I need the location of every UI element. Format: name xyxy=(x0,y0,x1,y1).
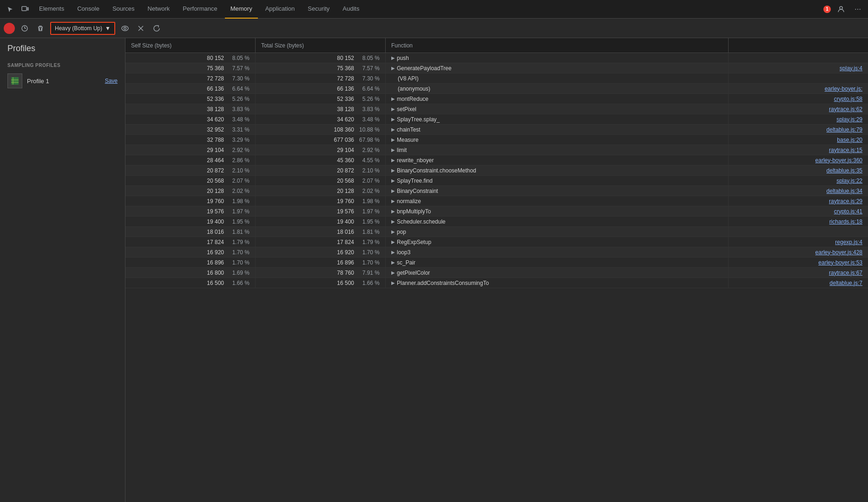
expand-arrow[interactable]: ▶ xyxy=(391,188,395,193)
expand-arrow[interactable]: ▶ xyxy=(391,239,395,244)
cell-source[interactable]: earley-boyer.js:428 xyxy=(729,247,868,257)
expand-arrow[interactable]: ▶ xyxy=(391,55,395,60)
cell-source[interactable]: regexp.js:4 xyxy=(729,237,868,247)
tab-sources[interactable]: Sources xyxy=(107,0,140,19)
expand-arrow[interactable]: ▶ xyxy=(391,158,395,163)
expand-arrow[interactable]: ▶ xyxy=(391,168,395,173)
table-row[interactable]: 19 5761.97 %19 5761.97 %▶bnpMultiplyTocr… xyxy=(125,206,868,217)
table-row[interactable]: 32 7883.29 %677 03667.98 %▶Measurebase.j… xyxy=(125,135,868,145)
cell-source[interactable]: raytrace.js:62 xyxy=(729,104,868,114)
table-row[interactable]: 16 8001.69 %78 7607.91 %▶getPixelColorra… xyxy=(125,268,868,278)
cell-function: ▶loop3 xyxy=(386,247,729,257)
expand-arrow[interactable]: ▶ xyxy=(391,178,395,183)
expand-arrow[interactable]: ▶ xyxy=(391,198,395,204)
tab-memory[interactable]: Memory xyxy=(225,0,258,19)
tab-performance[interactable]: Performance xyxy=(177,0,223,19)
cell-total-size: 18 0161.81 % xyxy=(256,227,386,237)
cell-source[interactable]: deltablue.js:79 xyxy=(729,125,868,134)
table-row[interactable]: 66 1366.64 %66 1366.64 %(anonymous)earle… xyxy=(125,84,868,94)
close-button[interactable] xyxy=(135,22,147,34)
user-icon[interactable] xyxy=(835,3,848,16)
cell-source[interactable]: richards.js:18 xyxy=(729,217,868,226)
table-row[interactable]: 18 0161.81 %18 0161.81 %▶pop xyxy=(125,227,868,237)
cell-source[interactable]: crypto.js:41 xyxy=(729,206,868,216)
cell-source[interactable]: deltablue.js:34 xyxy=(729,186,868,196)
more-icon[interactable]: ⋯ xyxy=(851,3,864,16)
table-row[interactable]: 32 9523.31 %108 36010.88 %▶chainTestdelt… xyxy=(125,125,868,135)
table-row[interactable]: 16 8961.70 %16 8961.70 %▶sc_Pairearley-b… xyxy=(125,258,868,268)
cell-source[interactable]: earley-boyer.js:360 xyxy=(729,155,868,165)
table-row[interactable]: 16 5001.66 %16 5001.66 %▶Planner.addCons… xyxy=(125,278,868,288)
cell-total-size: 19 7601.98 % xyxy=(256,196,386,206)
cell-source[interactable]: splay.js:4 xyxy=(729,63,868,73)
table-row[interactable]: 38 1283.83 %38 1283.83 %▶setPixelraytrac… xyxy=(125,104,868,114)
table-row[interactable]: 20 5682.07 %20 5682.07 %▶SplayTree.finds… xyxy=(125,176,868,186)
expand-arrow[interactable]: ▶ xyxy=(391,229,395,234)
expand-arrow[interactable]: ▶ xyxy=(391,147,395,152)
th-function[interactable]: Function xyxy=(386,38,729,53)
tab-network[interactable]: Network xyxy=(142,0,176,19)
table-row[interactable]: 29 1042.92 %29 1042.92 %▶limitraytrace.j… xyxy=(125,145,868,155)
th-total-size[interactable]: Total Size (bytes) xyxy=(256,38,386,53)
cell-source[interactable]: earley-boyer.js: xyxy=(729,84,868,93)
dropdown-label: Heavy (Bottom Up) xyxy=(55,25,102,32)
table-row[interactable]: 16 9201.70 %16 9201.70 %▶loop3earley-boy… xyxy=(125,247,868,258)
cell-source[interactable]: raytrace.js:29 xyxy=(729,196,868,206)
expand-arrow[interactable]: ▶ xyxy=(391,250,395,255)
expand-arrow[interactable]: ▶ xyxy=(391,209,395,214)
th-source[interactable] xyxy=(729,38,868,53)
table-row[interactable]: 20 1282.02 %20 1282.02 %▶BinaryConstrain… xyxy=(125,186,868,196)
expand-arrow[interactable]: ▶ xyxy=(391,127,395,132)
expand-arrow[interactable]: ▶ xyxy=(391,219,395,224)
table-row[interactable]: 28 4642.86 %45 3604.55 %▶rewrite_nboyere… xyxy=(125,155,868,165)
cell-source[interactable]: deltablue.js:7 xyxy=(729,278,868,288)
table-row[interactable]: 75 3687.57 %75 3687.57 %▶GeneratePayload… xyxy=(125,63,868,73)
expand-arrow[interactable]: ▶ xyxy=(391,137,395,142)
error-badge[interactable]: 1 xyxy=(823,6,831,13)
view-dropdown[interactable]: Heavy (Bottom Up) ▼ xyxy=(50,22,115,35)
tab-audits[interactable]: Audits xyxy=(337,0,365,19)
table-row[interactable]: 17 8241.79 %17 8241.79 %▶RegExpSetuprege… xyxy=(125,237,868,247)
table-row[interactable]: 19 4001.95 %19 4001.95 %▶Scheduler.sched… xyxy=(125,217,868,227)
profile-item[interactable]: Profile 1 Save xyxy=(0,71,125,91)
table-row[interactable]: 52 3365.26 %52 3365.26 %▶montReducecrypt… xyxy=(125,94,868,104)
record-button[interactable] xyxy=(4,23,15,34)
device-icon[interactable] xyxy=(19,3,32,16)
profile-icon xyxy=(7,73,22,88)
table-row[interactable]: 19 7601.98 %19 7601.98 %▶normalizeraytra… xyxy=(125,196,868,206)
tab-elements[interactable]: Elements xyxy=(33,0,70,19)
cell-self-size: 72 7287.30 % xyxy=(125,73,256,83)
expand-arrow[interactable]: ▶ xyxy=(391,280,395,285)
expand-arrow[interactable]: ▶ xyxy=(391,96,395,101)
cell-source[interactable]: crypto.js:58 xyxy=(729,94,868,104)
table-row[interactable]: 72 7287.30 %72 7287.30 %(V8 API) xyxy=(125,73,868,84)
refresh-button[interactable] xyxy=(151,22,163,34)
table-row[interactable]: 20 8722.10 %20 8722.10 %▶BinaryConstrain… xyxy=(125,165,868,176)
eye-button[interactable] xyxy=(119,22,131,34)
save-link[interactable]: Save xyxy=(105,78,118,84)
sampling-profiles-label: SAMPLING PROFILES xyxy=(0,59,125,71)
expand-arrow[interactable]: ▶ xyxy=(391,260,395,265)
trash-button[interactable] xyxy=(34,22,46,34)
cell-source[interactable]: raytrace.js:67 xyxy=(729,268,868,277)
tab-console[interactable]: Console xyxy=(72,0,105,19)
cell-source[interactable]: splay.js:29 xyxy=(729,114,868,124)
cell-source[interactable]: earley-boyer.js:53 xyxy=(729,258,868,267)
cell-source[interactable]: raytrace.js:15 xyxy=(729,145,868,155)
expand-arrow[interactable]: ▶ xyxy=(391,106,395,112)
cell-total-size: 34 6203.48 % xyxy=(256,114,386,124)
cell-source[interactable]: deltablue.js:35 xyxy=(729,165,868,175)
cell-source[interactable]: splay.js:22 xyxy=(729,176,868,185)
cursor-icon[interactable] xyxy=(4,3,17,16)
expand-arrow[interactable]: ▶ xyxy=(391,270,395,275)
th-self-size[interactable]: Self Size (bytes) xyxy=(125,38,256,53)
tab-security[interactable]: Security xyxy=(302,0,335,19)
expand-arrow[interactable]: ▶ xyxy=(391,117,395,122)
expand-arrow[interactable]: ▶ xyxy=(391,66,395,71)
tab-application[interactable]: Application xyxy=(260,0,301,19)
stop-button[interactable] xyxy=(19,22,31,34)
table-row[interactable]: 34 6203.48 %34 6203.48 %▶SplayTree.splay… xyxy=(125,114,868,125)
cell-source[interactable]: base.js:20 xyxy=(729,135,868,145)
table-row[interactable]: 80 1528.05 %80 1528.05 %▶push xyxy=(125,53,868,63)
cell-function: ▶RegExpSetup xyxy=(386,237,729,247)
